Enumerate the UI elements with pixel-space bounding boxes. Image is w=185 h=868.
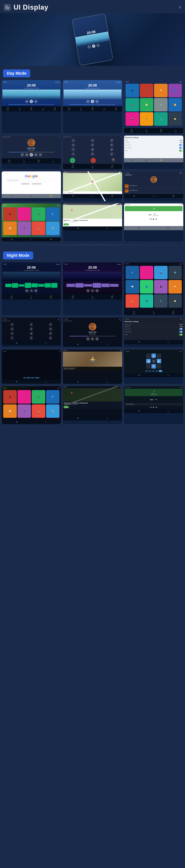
- mute-btn[interactable]: 🔇: [111, 158, 115, 162]
- arrow-dl[interactable]: [146, 364, 151, 369]
- night-ios-tv[interactable]: 📺: [18, 404, 31, 418]
- key-5[interactable]: 5: [90, 143, 95, 147]
- nav-music-1[interactable]: ♪APTS: [37, 107, 49, 111]
- nav-phone-4[interactable]: 📞☎: [17, 159, 31, 163]
- night-app-extra1[interactable]: 📱: [154, 280, 168, 293]
- nav-phone-n8[interactable]: 📞: [93, 380, 122, 383]
- mini-play[interactable]: ▶: [153, 218, 154, 220]
- nav-email-n6[interactable]: ✉: [125, 341, 154, 344]
- eq-control-3[interactable]: MID: [31, 377, 34, 379]
- next-btn-2[interactable]: ⏭: [95, 100, 99, 103]
- key-1[interactable]: 1: [71, 138, 75, 142]
- nav-auto-6[interactable]: ⚡: [154, 159, 168, 162]
- app-music-ios[interactable]: 🎵: [18, 207, 31, 221]
- night-play-2[interactable]: ⏸: [91, 289, 94, 292]
- nav-email-9[interactable]: ✉: [125, 194, 144, 197]
- menu-icon[interactable]: [4, 4, 11, 11]
- nav-auto-n1[interactable]: ⚡AUTO: [41, 295, 60, 299]
- bt-repeat[interactable]: ↺: [39, 153, 42, 156]
- night-ios-phone[interactable]: 📱: [3, 390, 17, 404]
- app-facetime[interactable]: 📹: [32, 207, 45, 221]
- night-key-5[interactable]: 5: [29, 327, 33, 331]
- social-track-2[interactable]: 华乐_刘雨EL.mp3: [125, 188, 183, 193]
- night-ios-music[interactable]: 🎵: [18, 390, 31, 404]
- nav-phone-11[interactable]: 📞: [93, 227, 122, 230]
- night-key-1[interactable]: 1: [10, 322, 14, 327]
- app-camera[interactable]: 📷: [126, 112, 139, 126]
- night-bt-prev[interactable]: ⏮: [86, 337, 90, 340]
- night-app-extra5[interactable]: 🔧: [154, 294, 168, 308]
- auto-connect-toggle[interactable]: [179, 147, 183, 149]
- nav-phone-n6[interactable]: 📞: [154, 341, 183, 344]
- fn-btn-ok[interactable]: OK: [159, 370, 162, 372]
- night-key-2[interactable]: 2: [29, 322, 33, 327]
- nav-phone-2[interactable]: 📞☎: [75, 107, 86, 111]
- app-car[interactable]: 🚗: [126, 98, 139, 112]
- night-key-4[interactable]: 4: [10, 327, 14, 331]
- play-btn-2[interactable]: ⏸: [91, 100, 94, 103]
- night-auto-answer-toggle[interactable]: [179, 328, 183, 330]
- power-toggle[interactable]: [179, 150, 183, 152]
- mini-prev[interactable]: ⏮: [150, 218, 152, 220]
- nav-music-2[interactable]: ♪APTS: [99, 107, 110, 111]
- night-bt-play[interactable]: ▶: [91, 337, 94, 340]
- app-phone-ios[interactable]: 📱: [3, 207, 17, 221]
- nav-phone-n9[interactable]: 📞: [154, 374, 183, 377]
- nav-email-n11[interactable]: ✉: [63, 417, 92, 420]
- key-9[interactable]: 9: [110, 148, 114, 151]
- nav-email-n9[interactable]: ✉: [125, 374, 154, 377]
- nav-auto-10[interactable]: ⚡: [41, 238, 60, 241]
- nav-auto-9[interactable]: ⚡: [163, 194, 183, 197]
- key-7[interactable]: 7: [71, 148, 75, 151]
- night-ios-podcast[interactable]: 🎙: [46, 390, 60, 404]
- nav-auto-8[interactable]: ⚡: [102, 194, 122, 197]
- night-ios-news[interactable]: 📰: [3, 404, 17, 418]
- arrow-dr[interactable]: [157, 364, 161, 369]
- bt-play[interactable]: ▶: [30, 153, 33, 156]
- night-key-9[interactable]: 9: [49, 332, 52, 335]
- hero-next-btn[interactable]: ⏭: [96, 43, 100, 47]
- next-btn-1[interactable]: ⏭: [34, 100, 37, 103]
- eq-control-4[interactable]: TREBLE: [34, 377, 39, 379]
- nav-phone-n10[interactable]: 📞: [31, 421, 61, 424]
- nav-email-11[interactable]: ✉: [63, 227, 92, 230]
- arrow-up[interactable]: ▲: [151, 353, 156, 358]
- bt-prev[interactable]: ⏮: [25, 153, 28, 156]
- key-hash[interactable]: #: [110, 152, 114, 156]
- key-8[interactable]: 8: [90, 148, 95, 151]
- night-mini-prev[interactable]: ⏮: [150, 406, 152, 408]
- prev-btn-2[interactable]: ⏮: [86, 100, 90, 103]
- night-key-3[interactable]: 3: [49, 322, 52, 327]
- hamburger-right-icon[interactable]: ≡: [179, 5, 181, 10]
- nav-email-1[interactable]: ✉EMAIL: [2, 107, 14, 111]
- fn-btn-4[interactable]: ▽: [155, 370, 158, 372]
- night-play-1[interactable]: ⏸: [30, 289, 33, 292]
- hero-prev-btn[interactable]: ⏮: [87, 45, 91, 49]
- arrow-ur[interactable]: [157, 353, 161, 358]
- nav-settings-1[interactable]: ⚙APTS: [49, 107, 60, 111]
- night-next-1[interactable]: ⏭: [34, 289, 37, 292]
- key-6[interactable]: 6: [110, 143, 114, 147]
- app-maps[interactable]: 🗺: [154, 84, 168, 97]
- night-app-extra2[interactable]: 🗺: [168, 280, 182, 293]
- google-search-bar[interactable]: Search or type URL: [6, 179, 57, 182]
- night-bt-next[interactable]: ⏭: [95, 337, 99, 340]
- fn-btn-3[interactable]: △: [152, 370, 155, 372]
- nav-email-n12[interactable]: ✉: [125, 409, 154, 412]
- night-app-extra4[interactable]: 📺: [140, 294, 154, 308]
- hangup-btn[interactable]: 📵: [90, 158, 96, 163]
- nav-phone-n3[interactable]: 📞☎: [144, 311, 163, 315]
- app-tv[interactable]: 📺: [18, 221, 31, 235]
- nav-music-4[interactable]: ♪APTS: [46, 159, 60, 163]
- night-ios-facetime[interactable]: 📹: [32, 390, 45, 404]
- app-radio[interactable]: 📻: [140, 112, 154, 126]
- play-btn-1[interactable]: ⏸: [30, 100, 33, 103]
- night-key-7[interactable]: 7: [10, 332, 14, 335]
- bt-next[interactable]: ⏭: [34, 153, 37, 156]
- nav-apts-6[interactable]: ♪: [168, 159, 183, 162]
- social-track-1[interactable]: 华乐_刘雨.mp3: [125, 184, 183, 188]
- nav-phone-8[interactable]: 📞: [83, 194, 102, 197]
- night-key-hash[interactable]: #: [49, 336, 52, 340]
- nav-email-n5[interactable]: ✉: [63, 343, 92, 346]
- nav-phone-n11[interactable]: 📞: [93, 417, 122, 420]
